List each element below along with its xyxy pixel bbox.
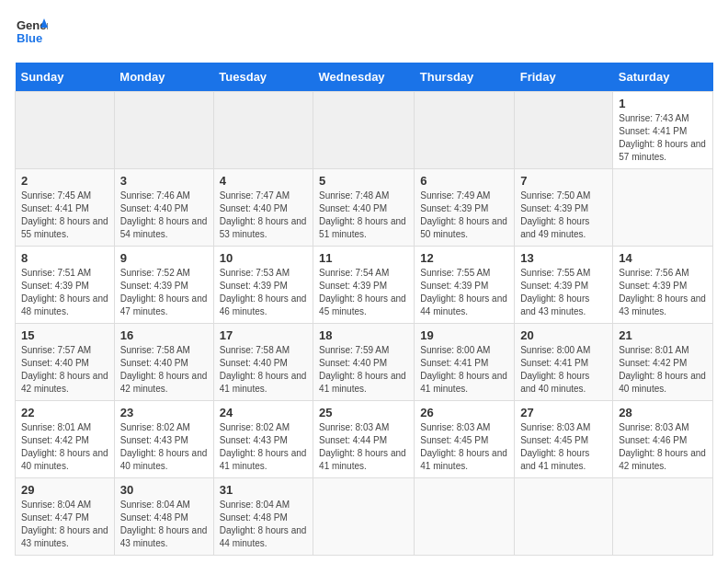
- day-info: Sunrise: 7:56 AM Sunset: 4:39 PM Dayligh…: [619, 267, 707, 318]
- day-info: Sunrise: 7:58 AM Sunset: 4:40 PM Dayligh…: [120, 344, 208, 396]
- day-number: 30: [120, 483, 208, 497]
- sunset: Sunset: 4:39 PM: [220, 281, 288, 291]
- sunset: Sunset: 4:39 PM: [319, 281, 387, 291]
- day-number: 10: [220, 251, 307, 265]
- daylight: Daylight: 8 hours and 48 minutes.: [21, 293, 108, 316]
- daylight: Daylight: 8 hours and 42 minutes.: [619, 448, 706, 471]
- day-number: 31: [220, 483, 307, 497]
- calendar-cell: [114, 92, 213, 169]
- calendar-cell: 2 Sunrise: 7:45 AM Sunset: 4:41 PM Dayli…: [16, 169, 115, 247]
- calendar-cell: [16, 92, 115, 169]
- daylight: Daylight: 8 hours and 51 minutes.: [319, 216, 406, 239]
- sunrise: Sunrise: 7:58 AM: [220, 345, 290, 355]
- sunset: Sunset: 4:43 PM: [220, 435, 288, 445]
- sunrise: Sunrise: 8:03 AM: [420, 422, 490, 432]
- calendar-cell: 4 Sunrise: 7:47 AM Sunset: 4:40 PM Dayli…: [213, 169, 313, 247]
- day-info: Sunrise: 8:00 AM Sunset: 4:41 PM Dayligh…: [420, 344, 508, 396]
- sunset: Sunset: 4:46 PM: [619, 435, 687, 445]
- calendar-cell: 8 Sunrise: 7:51 AM Sunset: 4:39 PM Dayli…: [16, 247, 115, 324]
- day-info: Sunrise: 7:54 AM Sunset: 4:39 PM Dayligh…: [319, 267, 408, 318]
- daylight: Daylight: 8 hours and 49 minutes.: [520, 216, 589, 239]
- sunrise: Sunrise: 8:04 AM: [120, 500, 190, 510]
- sunset: Sunset: 4:41 PM: [520, 358, 588, 368]
- day-number: 16: [120, 328, 208, 342]
- day-number: 27: [520, 406, 607, 419]
- day-number: 25: [319, 406, 408, 419]
- daylight: Daylight: 8 hours and 43 minutes.: [520, 293, 589, 316]
- calendar-cell: 30 Sunrise: 8:04 AM Sunset: 4:48 PM Dayl…: [114, 478, 213, 556]
- calendar-cell: 27 Sunrise: 8:03 AM Sunset: 4:45 PM Dayl…: [515, 401, 613, 478]
- sunset: Sunset: 4:45 PM: [520, 435, 588, 445]
- day-of-week-friday: Friday: [515, 63, 613, 92]
- sunrise: Sunrise: 7:53 AM: [220, 268, 290, 278]
- sunrise: Sunrise: 8:00 AM: [520, 345, 590, 355]
- calendar-cell: 21 Sunrise: 8:01 AM Sunset: 4:42 PM Dayl…: [613, 324, 713, 401]
- daylight: Daylight: 8 hours and 41 minutes.: [420, 371, 507, 394]
- daylight: Daylight: 8 hours and 41 minutes.: [220, 448, 307, 471]
- sunset: Sunset: 4:39 PM: [619, 281, 687, 291]
- daylight: Daylight: 8 hours and 41 minutes.: [520, 448, 589, 471]
- calendar-cell: 26 Sunrise: 8:03 AM Sunset: 4:45 PM Dayl…: [415, 401, 515, 478]
- calendar-week-4: 15 Sunrise: 7:57 AM Sunset: 4:40 PM Dayl…: [16, 324, 713, 401]
- day-info: Sunrise: 8:01 AM Sunset: 4:42 PM Dayligh…: [619, 344, 707, 396]
- sunset: Sunset: 4:43 PM: [120, 435, 188, 445]
- sunrise: Sunrise: 7:56 AM: [619, 268, 688, 278]
- day-info: Sunrise: 7:53 AM Sunset: 4:39 PM Dayligh…: [220, 267, 307, 318]
- daylight: Daylight: 8 hours and 42 minutes.: [120, 371, 208, 394]
- sunset: Sunset: 4:41 PM: [21, 203, 89, 213]
- day-info: Sunrise: 7:55 AM Sunset: 4:39 PM Dayligh…: [420, 267, 508, 318]
- day-info: Sunrise: 8:03 AM Sunset: 4:45 PM Dayligh…: [520, 421, 607, 473]
- sunrise: Sunrise: 8:02 AM: [220, 422, 290, 432]
- sunrise: Sunrise: 7:48 AM: [319, 190, 389, 201]
- calendar-cell: 5 Sunrise: 7:48 AM Sunset: 4:40 PM Dayli…: [313, 169, 415, 247]
- sunset: Sunset: 4:40 PM: [120, 203, 188, 213]
- sunset: Sunset: 4:44 PM: [319, 435, 387, 445]
- calendar-cell: 22 Sunrise: 8:01 AM Sunset: 4:42 PM Dayl…: [16, 401, 115, 478]
- day-number: 28: [619, 406, 707, 419]
- daylight: Daylight: 8 hours and 54 minutes.: [120, 216, 208, 239]
- calendar-cell: [313, 478, 415, 556]
- calendar-cell: 6 Sunrise: 7:49 AM Sunset: 4:39 PM Dayli…: [415, 169, 515, 247]
- day-number: 21: [619, 328, 707, 342]
- daylight: Daylight: 8 hours and 44 minutes.: [420, 293, 507, 316]
- svg-text:Blue: Blue: [17, 31, 42, 45]
- sunset: Sunset: 4:39 PM: [21, 281, 89, 291]
- day-number: 6: [420, 174, 508, 188]
- calendar-cell: 17 Sunrise: 7:58 AM Sunset: 4:40 PM Dayl…: [213, 324, 313, 401]
- day-info: Sunrise: 7:58 AM Sunset: 4:40 PM Dayligh…: [220, 344, 307, 396]
- day-of-week-tuesday: Tuesday: [213, 63, 313, 92]
- daylight: Daylight: 8 hours and 41 minutes.: [319, 448, 406, 471]
- calendar-cell: [515, 478, 613, 556]
- logo: General Blue: [15, 15, 48, 52]
- calendar-cell: 29 Sunrise: 8:04 AM Sunset: 4:47 PM Dayl…: [16, 478, 115, 556]
- sunrise: Sunrise: 7:59 AM: [319, 345, 389, 355]
- sunset: Sunset: 4:47 PM: [21, 512, 89, 523]
- calendar-cell: 14 Sunrise: 7:56 AM Sunset: 4:39 PM Dayl…: [613, 247, 713, 324]
- day-info: Sunrise: 8:03 AM Sunset: 4:44 PM Dayligh…: [319, 421, 408, 473]
- sunset: Sunset: 4:42 PM: [619, 358, 687, 368]
- calendar-cell: 12 Sunrise: 7:55 AM Sunset: 4:39 PM Dayl…: [415, 247, 515, 324]
- day-info: Sunrise: 7:48 AM Sunset: 4:40 PM Dayligh…: [319, 190, 408, 241]
- day-info: Sunrise: 7:52 AM Sunset: 4:39 PM Dayligh…: [120, 267, 208, 318]
- daylight: Daylight: 8 hours and 41 minutes.: [319, 371, 406, 394]
- daylight: Daylight: 8 hours and 53 minutes.: [220, 216, 307, 239]
- calendar-cell: 25 Sunrise: 8:03 AM Sunset: 4:44 PM Dayl…: [313, 401, 415, 478]
- day-info: Sunrise: 8:04 AM Sunset: 4:48 PM Dayligh…: [120, 499, 208, 550]
- sunrise: Sunrise: 7:54 AM: [319, 268, 389, 278]
- day-info: Sunrise: 8:02 AM Sunset: 4:43 PM Dayligh…: [120, 421, 208, 473]
- day-number: 13: [520, 251, 607, 265]
- day-number: 17: [220, 328, 307, 342]
- calendar-cell: 28 Sunrise: 8:03 AM Sunset: 4:46 PM Dayl…: [613, 401, 713, 478]
- day-info: Sunrise: 8:02 AM Sunset: 4:43 PM Dayligh…: [220, 421, 307, 473]
- day-number: 7: [520, 174, 607, 188]
- day-number: 26: [420, 406, 508, 419]
- sunset: Sunset: 4:40 PM: [220, 203, 288, 213]
- daylight: Daylight: 8 hours and 40 minutes.: [619, 371, 706, 394]
- calendar-cell: 7 Sunrise: 7:50 AM Sunset: 4:39 PM Dayli…: [515, 169, 613, 247]
- sunrise: Sunrise: 7:51 AM: [21, 268, 91, 278]
- day-number: 20: [520, 328, 607, 342]
- day-info: Sunrise: 7:46 AM Sunset: 4:40 PM Dayligh…: [120, 190, 208, 241]
- sunrise: Sunrise: 7:46 AM: [120, 190, 190, 201]
- day-number: 15: [21, 328, 108, 342]
- daylight: Daylight: 8 hours and 41 minutes.: [220, 371, 307, 394]
